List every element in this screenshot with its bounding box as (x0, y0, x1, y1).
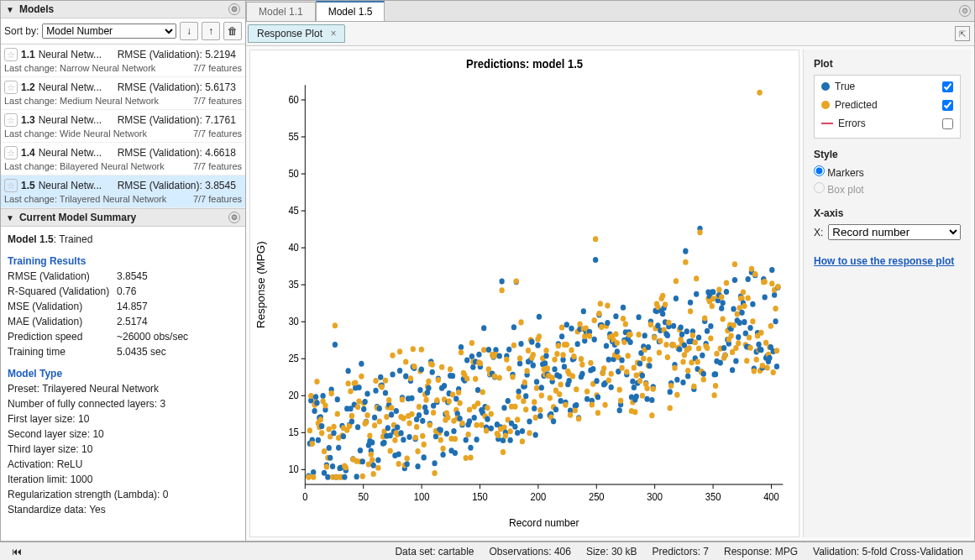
svg-point-195 (396, 451, 401, 457)
svg-point-613 (647, 363, 652, 369)
star-icon[interactable]: ☆ (4, 146, 18, 160)
summary-panel-header: ▼ Current Model Summary ⚙ (1, 209, 245, 227)
svg-point-576 (624, 369, 629, 375)
model-id: 1.1 (21, 49, 35, 60)
svg-point-781 (747, 325, 752, 331)
legend-row-errors[interactable]: Errors (821, 116, 953, 131)
svg-point-129 (356, 385, 361, 390)
svg-point-564 (617, 387, 622, 393)
gear-icon[interactable]: ⚙ (959, 5, 971, 17)
svg-text:45: 45 (288, 205, 299, 217)
svg-point-265 (438, 427, 443, 433)
svg-point-731 (718, 360, 723, 366)
svg-point-432 (537, 407, 543, 413)
svg-point-802 (760, 363, 765, 369)
svg-point-118 (349, 413, 354, 419)
svg-point-756 (732, 261, 737, 267)
svg-point-349 (489, 426, 494, 432)
svg-point-184 (389, 405, 394, 411)
style-markers-radio[interactable]: Markers (814, 165, 961, 179)
star-icon[interactable]: ☆ (4, 81, 18, 94)
svg-point-329 (476, 352, 481, 358)
delete-button[interactable]: 🗑 (223, 22, 242, 40)
file-tab-model-1-1[interactable]: Model 1.1 (246, 2, 316, 21)
svg-point-601 (640, 373, 645, 379)
svg-point-185 (390, 372, 395, 378)
svg-point-444 (545, 365, 550, 371)
svg-point-433 (539, 385, 544, 390)
star-icon[interactable]: ☆ (4, 113, 18, 127)
svg-point-245 (426, 385, 431, 391)
svg-point-207 (403, 374, 408, 379)
svg-point-670 (680, 359, 685, 365)
svg-point-780 (747, 334, 752, 340)
svg-point-644 (665, 354, 670, 360)
xaxis-select[interactable]: Record number (828, 224, 961, 240)
legend-checkbox[interactable] (942, 118, 953, 129)
chevron-down-icon[interactable]: ▼ (6, 5, 14, 14)
svg-point-342 (484, 427, 489, 433)
svg-point-720 (710, 296, 716, 301)
legend-checkbox[interactable] (942, 81, 953, 92)
svg-point-319 (470, 364, 475, 370)
model-item-1-1[interactable]: ☆ 1.1 Neural Netw... RMSE (Validation): … (1, 44, 245, 77)
gear-icon[interactable]: ⚙ (228, 212, 240, 223)
svg-text:20: 20 (288, 390, 299, 402)
svg-point-482 (568, 412, 573, 418)
svg-point-388 (511, 343, 516, 348)
svg-point-550 (609, 371, 614, 377)
first-page-icon[interactable]: ⏮ (12, 546, 25, 557)
svg-point-198 (397, 348, 402, 354)
model-item-1-2[interactable]: ☆ 1.2 Neural Netw... RMSE (Validation): … (1, 77, 245, 110)
file-tab-model-1-5[interactable]: Model 1.5 (316, 1, 385, 21)
legend-row-true[interactable]: True (821, 79, 953, 94)
svg-point-296 (456, 390, 461, 395)
popout-icon[interactable]: ⇱ (955, 26, 970, 41)
star-icon[interactable]: ☆ (4, 179, 18, 192)
svg-point-715 (708, 323, 713, 329)
tab-response-plot[interactable]: Response Plot × (248, 24, 345, 43)
gear-icon[interactable]: ⚙ (228, 3, 240, 15)
model-item-1-3[interactable]: ☆ 1.3 Neural Netw... RMSE (Validation): … (1, 110, 245, 143)
svg-point-158 (373, 378, 378, 384)
svg-point-808 (763, 340, 768, 346)
model-type-line: First layer size: 10 (8, 411, 239, 427)
sort-select[interactable]: Model Number (42, 24, 176, 39)
svg-point-823 (773, 318, 778, 324)
legend-swatch (821, 123, 833, 124)
svg-point-546 (606, 378, 611, 384)
svg-point-682 (688, 308, 693, 314)
svg-point-642 (663, 342, 668, 348)
model-id: 1.2 (21, 81, 35, 93)
svg-point-806 (763, 279, 768, 285)
help-link[interactable]: How to use the response plot (814, 255, 954, 267)
svg-point-534 (599, 324, 604, 330)
svg-point-737 (721, 345, 726, 351)
svg-point-620 (651, 386, 656, 392)
svg-point-524 (593, 236, 598, 242)
svg-point-182 (388, 448, 393, 454)
model-type-line: Activation: ReLU (8, 457, 239, 472)
close-icon[interactable]: × (330, 28, 336, 39)
svg-point-605 (642, 332, 647, 338)
svg-point-153 (370, 463, 375, 468)
model-item-1-5[interactable]: ☆ 1.5 Neural Netw... RMSE (Validation): … (1, 175, 245, 208)
sort-down-button[interactable]: ↓ (180, 22, 198, 40)
svg-point-503 (581, 308, 586, 314)
summary-body: Model 1.5: TrainedTraining ResultsRMSE (… (1, 227, 245, 522)
chevron-down-icon[interactable]: ▼ (6, 213, 14, 222)
svg-point-238 (422, 442, 427, 447)
star-icon[interactable]: ☆ (4, 48, 18, 61)
svg-point-228 (415, 448, 420, 454)
svg-point-318 (469, 340, 474, 346)
legend-checkbox[interactable] (942, 100, 953, 111)
svg-point-498 (577, 321, 582, 327)
svg-point-598 (637, 378, 642, 384)
svg-point-176 (384, 414, 389, 420)
svg-point-654 (671, 342, 676, 348)
sort-up-button[interactable]: ↑ (202, 22, 220, 40)
svg-point-95 (336, 445, 341, 451)
svg-point-692 (694, 275, 699, 281)
legend-row-predicted[interactable]: Predicted (821, 97, 953, 113)
model-item-1-4[interactable]: ☆ 1.4 Neural Netw... RMSE (Validation): … (1, 143, 245, 175)
